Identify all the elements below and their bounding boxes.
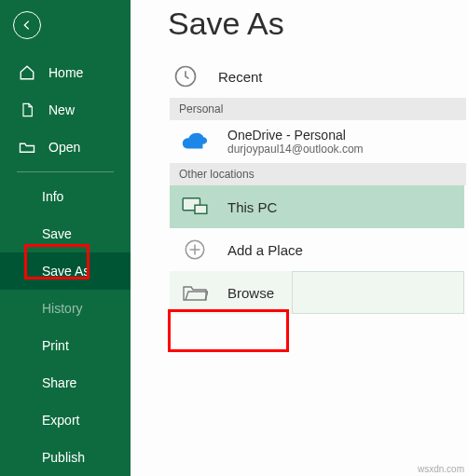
nav-home[interactable]: Home	[0, 54, 131, 91]
open-folder-icon	[19, 141, 35, 154]
onedrive-icon	[179, 132, 211, 151]
pc-icon	[179, 197, 211, 217]
section-personal: Personal	[170, 98, 466, 120]
nav-save-as[interactable]: Save As	[0, 252, 131, 290]
nav-share[interactable]: Share	[0, 364, 131, 401]
browse-folder-icon	[179, 282, 211, 303]
onedrive-name: OneDrive - Personal	[227, 128, 364, 143]
location-onedrive[interactable]: OneDrive - Personal durjoypaul14@outlook…	[170, 120, 464, 163]
new-file-icon	[19, 102, 35, 118]
back-button[interactable]	[13, 11, 41, 39]
clock-icon	[170, 63, 201, 89]
arrow-left-icon	[21, 19, 34, 32]
section-other: Other locations	[170, 163, 466, 185]
recent-label: Recent	[218, 69, 263, 85]
nav-new[interactable]: New	[0, 91, 131, 129]
add-place-icon	[179, 238, 211, 262]
nav-home-label: Home	[48, 65, 83, 80]
nav-open-label: Open	[48, 140, 80, 155]
watermark: wsxdn.com	[418, 464, 464, 474]
add-place-label: Add a Place	[227, 242, 303, 258]
this-pc-label: This PC	[227, 199, 277, 215]
nav-export[interactable]: Export	[0, 401, 131, 439]
location-recent[interactable]: Recent	[168, 55, 468, 98]
nav-publish[interactable]: Publish	[0, 439, 131, 476]
highlight-browse	[168, 309, 289, 352]
browse-label: Browse	[227, 285, 274, 301]
nav-save[interactable]: Save	[0, 215, 131, 252]
home-icon	[19, 64, 35, 81]
page-title: Save As	[168, 6, 468, 42]
nav-info[interactable]: Info	[0, 178, 131, 215]
svg-rect-2	[195, 205, 207, 213]
nav-new-label: New	[48, 102, 75, 117]
location-add-place[interactable]: Add a Place	[170, 228, 464, 271]
location-browse[interactable]: Browse	[170, 271, 464, 314]
onedrive-email: durjoypaul14@outlook.com	[227, 143, 364, 156]
location-this-pc[interactable]: This PC	[170, 185, 464, 228]
nav-open[interactable]: Open	[0, 129, 131, 166]
nav-separator	[17, 171, 114, 172]
nav-print[interactable]: Print	[0, 327, 131, 364]
nav-history: History	[0, 290, 131, 327]
browse-divider	[292, 271, 464, 314]
